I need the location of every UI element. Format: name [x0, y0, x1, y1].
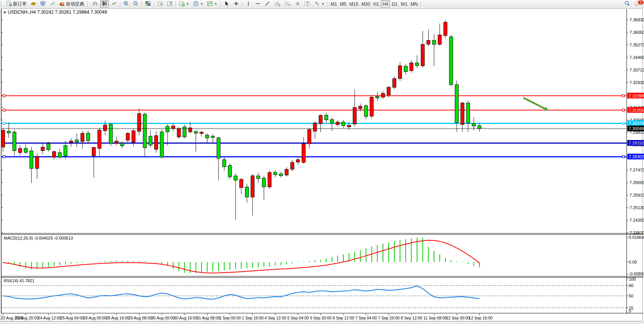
timeframe-m5-button[interactable]: M5	[338, 2, 348, 7]
fibonacci-tool-button[interactable]: F	[283, 0, 292, 8]
terminal-button[interactable]	[38, 0, 47, 8]
timeframe-mn-button[interactable]: MN	[409, 2, 419, 7]
crosshair-icon	[233, 1, 239, 8]
zoom-in-button[interactable]	[122, 0, 131, 8]
candlestick-chart[interactable]: 7.368307.360507.352707.344907.337107.329…	[0, 8, 644, 321]
candle-chart-type-button[interactable]	[100, 0, 109, 8]
signals-button[interactable]	[48, 0, 57, 8]
rsi-axis-label: 100	[629, 277, 636, 281]
chevron-down-icon: ▼	[322, 2, 325, 6]
price-axis-label: 7.25910	[630, 193, 644, 197]
price-axis-label: 7.33710	[630, 68, 644, 72]
toolbar-separator	[242, 1, 242, 7]
timeframe-d1-button[interactable]: D1	[390, 2, 399, 7]
timeframe-m30-button[interactable]: M30	[360, 2, 371, 7]
candle-body	[98, 130, 101, 148]
line-handle[interactable]	[622, 109, 625, 111]
candle-body	[188, 128, 192, 132]
candle-body	[223, 160, 226, 167]
candle-body	[92, 148, 96, 156]
line-handle[interactable]	[3, 109, 5, 111]
tile-windows-button[interactable]	[143, 0, 152, 8]
rsi-indicator-label: RSI(14) 41.7821	[4, 278, 35, 283]
timeframe-w1-button[interactable]: W1	[399, 2, 409, 7]
line-handle[interactable]	[622, 122, 625, 124]
candle-body	[149, 136, 152, 145]
notifications-button[interactable]: 1	[633, 0, 642, 8]
price-axis-label: 7.26690	[630, 180, 644, 185]
price-axis-label: 7.35270	[630, 43, 644, 47]
crosshair-tool-button[interactable]	[232, 0, 241, 8]
time-axis-label: 12 Sep 16:00	[469, 316, 493, 320]
new-order-label: 新订单	[13, 1, 27, 7]
arrows-tool-button[interactable]: ▼	[313, 0, 326, 8]
horizontal-line-tool-button[interactable]	[253, 0, 262, 8]
candle-body	[274, 172, 277, 175]
time-axis-label: 30 Aug 16:00	[174, 316, 198, 320]
chart-shift-icon	[167, 1, 172, 8]
time-axis-label: 8 Sep 12:00	[401, 316, 422, 320]
bar-chart-icon	[92, 1, 98, 8]
candle-body	[18, 148, 22, 152]
candle-body	[2, 130, 5, 147]
timeframe-h4-button[interactable]: H4	[381, 0, 390, 8]
search-icon	[624, 0, 630, 8]
auto-scroll-button[interactable]	[156, 0, 164, 8]
price-line-badge-text: 7.29152	[629, 141, 644, 145]
timeframe-m1-button[interactable]: M1	[329, 2, 339, 7]
candle-body	[432, 40, 436, 44]
vertical-line-tool-button[interactable]	[244, 0, 253, 8]
line-handle[interactable]	[3, 156, 5, 158]
new-order-icon	[6, 1, 12, 8]
candle-body	[183, 127, 186, 137]
chart-area[interactable]: 7.368307.360507.352707.344907.337107.329…	[0, 8, 644, 321]
price-line-badge-text: 7.31205	[629, 108, 644, 113]
candle-body	[279, 174, 283, 176]
bar-chart-type-button[interactable]	[91, 0, 99, 8]
line-handle[interactable]	[622, 95, 625, 97]
new-chart-button[interactable]: ▼	[177, 0, 191, 8]
candle-body	[35, 156, 39, 168]
indicators-button[interactable]: ▼	[206, 0, 219, 8]
timeframe-m15-button[interactable]: M15	[348, 2, 360, 7]
candle-body	[353, 108, 356, 124]
zoom-out-icon	[133, 1, 139, 8]
fibonacci-icon: F	[284, 1, 291, 8]
market-watch-button[interactable]	[29, 0, 38, 8]
chart-shift-button[interactable]	[165, 0, 174, 8]
new-order-button[interactable]: 新订单	[5, 0, 28, 8]
line-handle[interactable]	[3, 95, 5, 97]
search-button[interactable]	[623, 0, 632, 8]
candle-body	[126, 133, 129, 140]
auto-trading-button[interactable]: 自动交易	[57, 0, 86, 8]
computer-icon	[40, 1, 46, 8]
candle-body	[399, 66, 402, 79]
periods-button[interactable]: ▼	[191, 0, 205, 8]
svg-text:A: A	[296, 1, 299, 6]
new-chart-icon	[179, 1, 185, 8]
timeframe-h1-button[interactable]: H1	[372, 2, 381, 7]
notification-badge: 1	[638, 0, 644, 5]
svg-text:E: E	[279, 4, 281, 6]
toolbar-separator	[328, 1, 328, 7]
zoom-out-button[interactable]	[131, 0, 140, 8]
collapse-arrow-icon[interactable]: ▼	[3, 11, 6, 14]
toolbar-separator	[175, 1, 176, 7]
candle-body	[393, 79, 396, 87]
price-line-badge-text: 7.32098	[629, 94, 644, 98]
text-label-tool-button[interactable]: T	[303, 0, 312, 8]
trendline-tool-button[interactable]	[263, 0, 272, 8]
line-handle[interactable]	[3, 122, 5, 124]
text-tool-button[interactable]: A	[293, 0, 302, 8]
line-chart-type-button[interactable]	[110, 0, 118, 8]
toolbar-separator	[120, 1, 120, 7]
time-axis-label: 28 Aug 16:00	[106, 316, 129, 320]
candle-body	[53, 152, 56, 157]
toolbar-separator	[220, 1, 221, 7]
equidistant-channel-tool-button[interactable]: E	[273, 0, 282, 8]
cursor-tool-button[interactable]	[222, 0, 231, 8]
chevron-down-icon: ▼	[186, 2, 189, 6]
line-handle[interactable]	[622, 156, 625, 158]
price-axis-label: 7.36830	[630, 17, 644, 22]
svg-text:F: F	[289, 4, 290, 6]
